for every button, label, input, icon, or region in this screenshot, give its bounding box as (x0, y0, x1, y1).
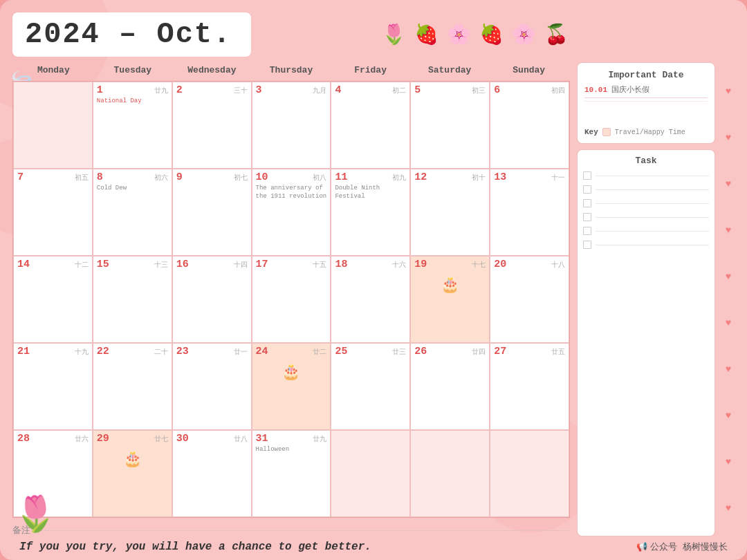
cell-day-num: 4 (335, 84, 341, 96)
cell-day-num: 2 (176, 84, 183, 96)
cell-event: National Day (97, 97, 168, 106)
fruit-icon-4: 🍓 (479, 23, 504, 46)
task-item-1 (583, 185, 709, 194)
cell-lunar: 三十 (234, 86, 248, 95)
calendar-row-4: 28廿六29廿七🎂30廿八31廿九Halloween (13, 430, 569, 517)
important-date-box: Important Date 10.01国庆小长假 Key Travel/Hap… (577, 62, 715, 144)
heart-9: ♥ (726, 456, 731, 467)
day-header-sat: Saturday (410, 62, 490, 78)
task-checkbox-1[interactable] (583, 185, 591, 194)
cell-event: Double Ninth Festival (335, 185, 406, 200)
important-item: 10.01国庆小长假 (584, 84, 708, 95)
cal-cell-2-3: 17十五 (252, 256, 331, 343)
task-box: Task (577, 149, 715, 536)
cell-lunar: 初七 (234, 173, 248, 183)
cell-lunar: 廿六 (75, 434, 89, 444)
key-value-text: Travel/Happy Time (615, 129, 685, 136)
cal-cell-1-0: 7初五 (13, 169, 93, 256)
cell-day-num: 17 (256, 259, 268, 270)
cal-cell-1-4: 11初九Double Ninth Festival (331, 169, 410, 256)
cal-cell-2-6: 20十八 (490, 256, 569, 343)
cell-lunar: 十八 (551, 260, 565, 270)
cal-cell-0-1: 1廿九National Day (93, 82, 172, 169)
page-container: 2024 – Oct. 🌷 🍓 🌸 🍓 🌸 🍒 Monday Tuesday W… (0, 0, 747, 560)
task-item-5 (583, 241, 709, 249)
cell-day-num: 18 (335, 259, 347, 270)
cell-day-num: 8 (97, 171, 103, 183)
cell-day-num: 12 (414, 171, 427, 183)
footer: If you you try, you will have a chance t… (12, 536, 735, 553)
cal-cell-1-2: 9初七 (172, 169, 252, 256)
day-header-fri: Friday (331, 62, 410, 78)
tulip-decoration-bl: 🌷 (14, 494, 57, 536)
calendar-row-1: 7初五8初六Cold Dew9初七10初八The anniversary of … (13, 169, 569, 256)
cell-day-num: 1 (97, 84, 103, 96)
task-line-5 (596, 245, 709, 245)
cell-day-num: 30 (176, 433, 189, 445)
notes-line (36, 530, 570, 531)
important-date-num: 10.01 (584, 86, 607, 94)
title-box: 2024 – Oct. (12, 12, 251, 57)
heart-1: ♥ (726, 86, 731, 97)
cal-cell-4-5 (410, 430, 490, 517)
cell-lunar: 十七 (472, 260, 486, 270)
cal-cell-0-4: 4初二 (331, 82, 410, 169)
cell-day-num: 7 (17, 171, 24, 183)
cell-lunar: 廿八 (234, 434, 248, 444)
main-content: 2024 – Oct. 🌷 🍓 🌸 🍓 🌸 🍒 Monday Tuesday W… (12, 12, 735, 553)
task-title: Task (583, 156, 709, 166)
heart-4: ♥ (726, 225, 731, 236)
task-checkbox-2[interactable] (583, 199, 591, 207)
header: 2024 – Oct. 🌷 🍓 🌸 🍓 🌸 🍒 (12, 12, 735, 57)
cell-lunar: 廿二 (313, 347, 326, 357)
cell-lunar: 十五 (313, 260, 326, 270)
cell-lunar: 十三 (154, 260, 168, 270)
task-items-list (583, 171, 709, 249)
day-header-wed: Wednesday (172, 62, 252, 78)
task-checkbox-3[interactable] (583, 213, 591, 221)
cell-day-num: 27 (494, 346, 506, 357)
task-line-2 (596, 203, 709, 204)
task-line-0 (596, 176, 709, 176)
cell-day-num: 25 (335, 346, 347, 357)
task-line-4 (596, 231, 709, 232)
cal-cell-1-3: 10初八The anniversary of the 1911 revoluti… (252, 169, 331, 256)
cell-lunar: 廿九 (313, 434, 326, 444)
task-item-3 (583, 213, 709, 221)
footer-quote: If you you try, you will have a chance t… (19, 541, 371, 553)
cell-day-num: 15 (97, 259, 109, 270)
calendar-row-2: 14十二15十三16十四17十五18十六19十七🎂20十八 (13, 256, 569, 343)
brand-text: 公众号 杨树慢慢长 (650, 541, 728, 553)
cell-lunar: 十四 (234, 260, 248, 270)
cal-cell-3-6: 27廿五 (490, 343, 569, 430)
page-title: 2024 – Oct. (25, 18, 232, 51)
important-items-list: 10.01国庆小长假 (584, 84, 708, 95)
task-checkbox-4[interactable] (583, 227, 591, 235)
cal-cell-2-5: 19十七🎂 (410, 256, 490, 343)
calendar-grid: 1廿九National Day2三十3九月4初二5初三6初四7初五8初六Cold… (12, 81, 570, 518)
cell-day-num: 19 (414, 259, 427, 270)
cal-cell-1-5: 12初十 (410, 169, 490, 256)
task-checkbox-0[interactable] (583, 171, 591, 180)
cell-lunar: 初九 (392, 173, 406, 183)
cal-cell-4-6 (490, 430, 569, 517)
cal-cell-2-1: 15十三 (93, 256, 172, 343)
cell-lunar: 廿三 (392, 347, 406, 357)
cake-icon: 🎂 (256, 363, 327, 382)
cal-cell-1-6: 13十一 (490, 169, 569, 256)
cal-cell-0-2: 2三十 (172, 82, 252, 169)
cake-icon: 🎂 (97, 450, 168, 469)
cal-cell-3-5: 26廿四 (410, 343, 490, 430)
day-header-sun: Sunday (489, 62, 569, 78)
cell-day-num: 28 (17, 433, 30, 445)
cal-cell-0-5: 5初三 (410, 82, 490, 169)
task-checkbox-5[interactable] (583, 241, 591, 249)
cal-cell-2-0: 14十二 (13, 256, 93, 343)
calendar-row-3: 21十九22二十23廿一24廿二🎂25廿三26廿四27廿五 (13, 343, 569, 430)
cell-day-num: 13 (494, 171, 506, 183)
cal-cell-3-3: 24廿二🎂 (252, 343, 331, 430)
cal-cell-3-4: 25廿三 (331, 343, 410, 430)
cell-lunar: 廿九 (154, 86, 168, 95)
heart-2: ♥ (726, 132, 731, 143)
key-swatch (602, 128, 611, 136)
